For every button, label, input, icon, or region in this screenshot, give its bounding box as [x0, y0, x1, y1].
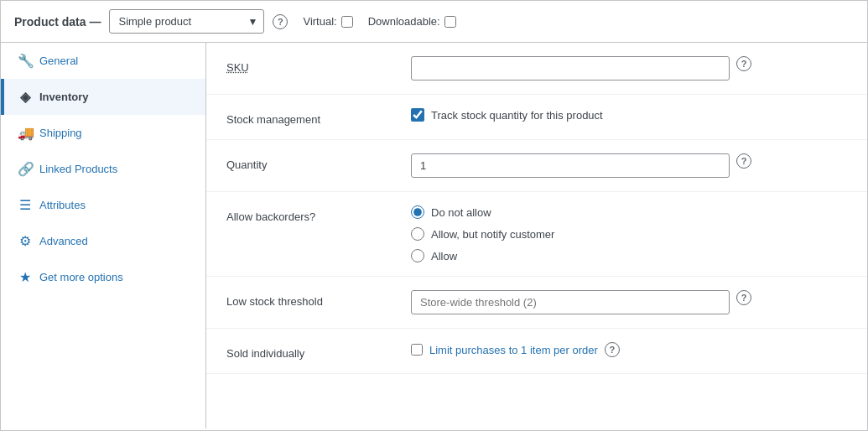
backorders-radio-allow[interactable]: Allow: [411, 249, 554, 262]
backorders-field-row: Allow backorders? Do not allow Allow, bu…: [206, 192, 867, 277]
product-type-select-wrapper: Simple product Variable product Grouped …: [109, 9, 264, 34]
sidebar: 🔧 General ◈ Inventory 🚚 Shipping 🔗 Linke…: [1, 43, 206, 428]
sku-input[interactable]: [411, 56, 730, 80]
quantity-help-icon[interactable]: ?: [736, 153, 751, 169]
star-icon: ★: [18, 269, 33, 285]
low-stock-threshold-input[interactable]: [411, 290, 730, 314]
sold-individually-field-row: Sold individually Limit purchases to 1 i…: [206, 329, 867, 374]
sold-individually-label: Sold individually: [226, 342, 394, 360]
inventory-icon: ◈: [18, 89, 33, 105]
backorders-radio-group: Do not allow Allow, but notify customer …: [411, 205, 554, 262]
low-stock-threshold-field-row: Low stock threshold ?: [206, 277, 867, 329]
product-data-header: Product data — Simple product Variable p…: [1, 1, 867, 43]
sidebar-label-get-more-options: Get more options: [39, 271, 123, 283]
sidebar-item-shipping[interactable]: 🚚 Shipping: [1, 115, 205, 151]
backorders-field-control: Do not allow Allow, but notify customer …: [411, 205, 847, 262]
quantity-input[interactable]: [411, 153, 730, 178]
stock-management-checkbox[interactable]: [411, 108, 424, 122]
sidebar-item-get-more-options[interactable]: ★ Get more options: [1, 259, 205, 295]
sku-help-icon[interactable]: ?: [736, 56, 751, 71]
stock-management-field-row: Stock management Track stock quantity fo…: [206, 95, 867, 140]
quantity-field-row: Quantity ?: [206, 140, 867, 192]
sold-individually-field-control: Limit purchases to 1 item per order ?: [411, 342, 847, 357]
link-icon: 🔗: [18, 161, 33, 177]
virtual-label: Virtual:: [303, 15, 336, 28]
product-data-label: Product data —: [14, 15, 101, 29]
sidebar-item-inventory[interactable]: ◈ Inventory: [1, 79, 205, 115]
backorders-notify-label: Allow, but notify customer: [431, 228, 554, 241]
backorders-allow-label: Allow: [431, 250, 457, 262]
low-stock-threshold-help-icon[interactable]: ?: [736, 290, 751, 305]
backorders-radio-notify-input[interactable]: [411, 227, 424, 241]
stock-management-checkbox-label: Track stock quantity for this product: [431, 109, 603, 122]
header-checkboxes: Virtual: Downloadable:: [303, 15, 455, 28]
help-icon[interactable]: ?: [273, 14, 288, 29]
backorders-do-not-allow-label: Do not allow: [431, 206, 491, 219]
sold-individually-row: Limit purchases to 1 item per order ?: [411, 342, 620, 357]
sku-label: SKU: [226, 56, 394, 74]
backorders-radio-allow-input[interactable]: [411, 249, 424, 262]
virtual-checkbox-label[interactable]: Virtual:: [303, 15, 352, 28]
attributes-icon: ☰: [18, 197, 33, 213]
sku-field-row: SKU ?: [206, 43, 867, 95]
sidebar-item-general[interactable]: 🔧 General: [1, 43, 205, 79]
sidebar-label-shipping: Shipping: [39, 127, 82, 139]
downloadable-checkbox[interactable]: [444, 16, 456, 28]
shipping-icon: 🚚: [18, 125, 33, 141]
sidebar-label-advanced: Advanced: [39, 235, 88, 247]
low-stock-threshold-label: Low stock threshold: [226, 290, 394, 308]
sold-individually-checkbox-label: Limit purchases to 1 item per order: [429, 344, 598, 356]
sku-abbr: SKU: [226, 61, 249, 74]
quantity-field-control: ?: [411, 153, 847, 178]
sidebar-label-linked-products: Linked Products: [39, 163, 117, 175]
backorders-label: Allow backorders?: [226, 205, 394, 223]
sidebar-item-attributes[interactable]: ☰ Attributes: [1, 187, 205, 223]
downloadable-checkbox-label[interactable]: Downloadable:: [368, 15, 456, 28]
backorders-radio-do-not-allow[interactable]: Do not allow: [411, 205, 554, 219]
sidebar-label-inventory: Inventory: [39, 91, 89, 103]
low-stock-threshold-field-control: ?: [411, 290, 847, 314]
quantity-label: Quantity: [226, 153, 394, 171]
product-type-select[interactable]: Simple product Variable product Grouped …: [109, 9, 264, 34]
product-data-panel: Product data — Simple product Variable p…: [0, 0, 868, 431]
sidebar-label-attributes: Attributes: [39, 199, 86, 211]
downloadable-label: Downloadable:: [368, 15, 440, 28]
sidebar-label-general: General: [39, 55, 78, 67]
stock-management-label: Stock management: [226, 108, 394, 126]
stock-management-row: Track stock quantity for this product: [411, 108, 603, 122]
sold-individually-help-icon[interactable]: ?: [605, 342, 620, 357]
sidebar-item-linked-products[interactable]: 🔗 Linked Products: [1, 151, 205, 187]
advanced-icon: ⚙: [18, 233, 33, 249]
backorders-radio-do-not-allow-input[interactable]: [411, 205, 424, 219]
stock-management-field-control: Track stock quantity for this product: [411, 108, 847, 122]
product-data-body: 🔧 General ◈ Inventory 🚚 Shipping 🔗 Linke…: [1, 43, 867, 428]
main-content: SKU ? Stock management Track stock quant…: [206, 43, 867, 428]
sold-individually-checkbox[interactable]: [411, 344, 423, 356]
sku-field-control: ?: [411, 56, 847, 80]
virtual-checkbox[interactable]: [341, 16, 353, 28]
wrench-icon: 🔧: [18, 53, 33, 69]
sidebar-item-advanced[interactable]: ⚙ Advanced: [1, 223, 205, 259]
backorders-radio-notify[interactable]: Allow, but notify customer: [411, 227, 554, 241]
